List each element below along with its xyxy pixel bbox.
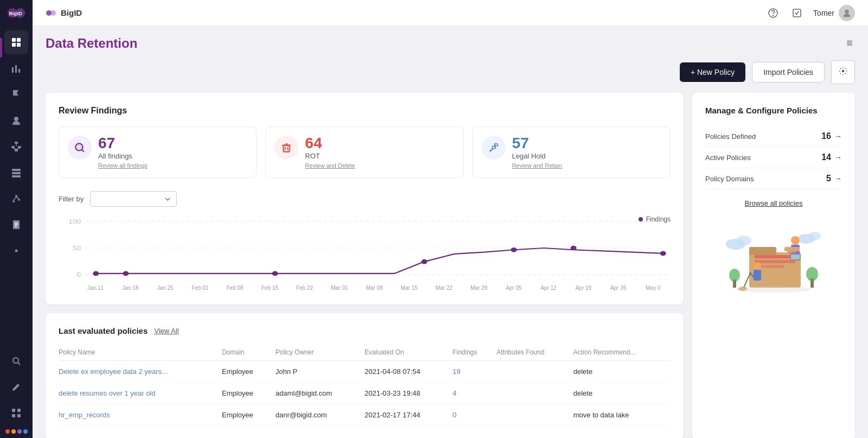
x-label-1: Jan 18 — [113, 285, 148, 291]
rot-link[interactable]: Review and Delete — [305, 162, 355, 169]
filter-select[interactable] — [90, 191, 177, 207]
svg-point-62 — [272, 271, 278, 276]
new-policy-button[interactable]: + New Policy — [680, 62, 745, 82]
bigid-logo-icon — [46, 8, 56, 18]
all-findings-icon — [68, 136, 92, 160]
row2-policy-name[interactable]: hr_emp_records — [59, 411, 110, 419]
x-label-0: Jan 11 — [78, 285, 113, 291]
col-action: Action Recommend... — [573, 344, 671, 361]
x-label-4: Feb 08 — [218, 285, 252, 291]
view-all-link[interactable]: View All — [154, 327, 178, 335]
all-findings-link[interactable]: Review all findings — [98, 162, 148, 169]
policy-domains-arrow: → — [834, 174, 842, 183]
active-policies-stat: Active Policies 14 → — [705, 147, 842, 168]
import-policies-button[interactable]: Import Policies — [752, 62, 825, 82]
policy-domains-value[interactable]: 5 → — [826, 174, 842, 183]
svg-line-33 — [18, 363, 20, 365]
notifications-button[interactable] — [789, 5, 805, 21]
svg-line-25 — [14, 197, 16, 200]
active-policies-number: 14 — [821, 153, 831, 162]
table-head: Policy Name Domain Policy Owner Evaluate… — [59, 344, 671, 361]
search-circle-icon — [74, 142, 86, 154]
sidebar-accent — [0, 38, 2, 58]
svg-point-66 — [660, 251, 666, 256]
row2-findings[interactable]: 0 — [452, 411, 456, 419]
row0-owner: John P — [276, 361, 365, 383]
all-findings-card: 67 All findings Review all findings — [59, 126, 257, 178]
policies-defined-stat: Policies Defined 16 → — [705, 126, 842, 147]
sidebar-item-search[interactable] — [4, 349, 28, 373]
dot-red — [5, 429, 10, 434]
sidebar-item-storage[interactable] — [4, 161, 28, 185]
sidebar-item-reports[interactable] — [4, 213, 28, 237]
table-header: Last evaluated policies View All — [59, 326, 671, 335]
browse-link-container: Browse all policies — [705, 198, 842, 208]
svg-point-82 — [736, 286, 812, 293]
settings-gear-button[interactable] — [831, 60, 855, 84]
svg-rect-4 — [12, 38, 16, 42]
col-domain: Domain — [222, 344, 276, 361]
logo[interactable]: Big ID — [0, 0, 33, 26]
all-findings-info: 67 All findings Review all findings — [98, 136, 148, 169]
sidebar: Big ID — [0, 0, 33, 438]
x-label-5: Feb 15 — [252, 285, 287, 291]
help-button[interactable] — [765, 5, 781, 21]
x-label-8: Mar 08 — [357, 285, 392, 291]
all-findings-number: 67 — [98, 136, 148, 151]
svg-rect-35 — [17, 409, 21, 412]
x-label-12: Apr 05 — [496, 285, 531, 291]
active-policies-value[interactable]: 14 → — [821, 153, 842, 162]
sidebar-item-apps[interactable] — [4, 401, 28, 425]
browse-all-policies-link[interactable]: Browse all policies — [745, 199, 803, 207]
username: Tomer — [813, 9, 834, 17]
sidebar-item-graph[interactable] — [4, 187, 28, 211]
x-label-14: Apr 19 — [566, 285, 601, 291]
svg-rect-81 — [791, 255, 800, 259]
svg-point-44 — [842, 70, 845, 73]
wrench-icon — [488, 142, 500, 154]
policy-domains-stat: Policy Domains 5 → — [705, 168, 842, 189]
svg-text:ID: ID — [17, 11, 23, 17]
svg-rect-5 — [17, 38, 21, 42]
app-logo-text: BigID — [46, 8, 82, 18]
row2-domain: Employee — [222, 404, 276, 426]
svg-point-41 — [773, 15, 774, 16]
legend-dot — [639, 217, 643, 221]
row2-action: move to data lake — [573, 404, 671, 426]
sidebar-item-identity[interactable] — [4, 109, 28, 132]
sidebar-item-settings[interactable] — [4, 239, 28, 263]
svg-point-61 — [123, 271, 129, 276]
svg-point-91 — [738, 287, 747, 291]
row1-policy-name[interactable]: delete resumes over 1 year old — [59, 389, 155, 397]
sidebar-nav — [0, 26, 33, 345]
policies-defined-value[interactable]: 16 → — [821, 131, 842, 141]
legend-label: Findings — [646, 215, 671, 223]
row0-policy-name[interactable]: Delete ex employee data 2 years... — [59, 367, 168, 376]
col-owner: Policy Owner — [276, 344, 365, 361]
svg-rect-79 — [788, 251, 796, 253]
sidebar-item-hierarchy[interactable] — [4, 135, 28, 158]
sidebar-item-dashboard[interactable] — [4, 30, 28, 54]
col-findings: Findings — [452, 344, 496, 361]
svg-point-76 — [791, 236, 800, 245]
legal-hold-link[interactable]: Review and Retain — [512, 162, 562, 169]
table-title: Last evaluated policies — [59, 326, 148, 335]
sidebar-item-edit[interactable] — [4, 375, 28, 399]
svg-rect-14 — [18, 146, 21, 148]
table-row: Delete ex employee data 2 years... Emplo… — [59, 361, 671, 383]
row0-attributes — [496, 361, 573, 383]
hamburger-menu-button[interactable]: ≡ — [844, 35, 855, 52]
active-policies-label: Active Policies — [705, 154, 751, 162]
x-label-3: Feb 01 — [183, 285, 218, 291]
row0-findings[interactable]: 19 — [452, 367, 460, 376]
sidebar-item-analytics[interactable] — [4, 56, 28, 80]
policies-table: Policy Name Domain Policy Owner Evaluate… — [59, 344, 671, 426]
rot-card: 64 ROT Review and Delete — [265, 126, 463, 178]
sidebar-item-flags[interactable] — [4, 82, 28, 106]
col-attributes: Attributes Found — [496, 344, 573, 361]
dot-purple — [17, 429, 22, 434]
svg-line-18 — [16, 148, 20, 149]
row1-findings[interactable]: 4 — [452, 389, 456, 397]
svg-rect-8 — [12, 67, 14, 73]
row1-owner: adaml@bigid.com — [276, 383, 365, 404]
